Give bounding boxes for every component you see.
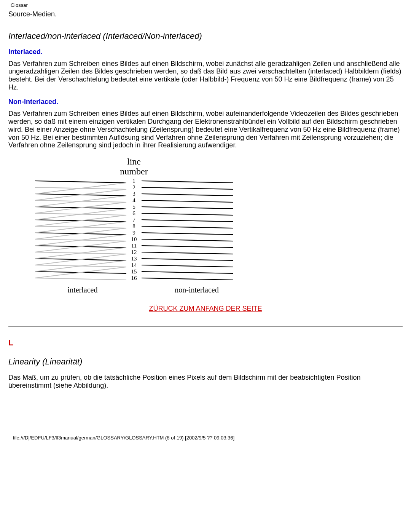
entry-title-linearity: Linearity (Linearität): [8, 357, 403, 367]
figure-line-number: 8: [132, 223, 135, 229]
figure-line-number: 11: [131, 243, 137, 249]
para-noninterlaced: Das Verfahren zum Schreiben eines Bildes…: [8, 110, 403, 149]
figure-line-number: 4: [132, 197, 135, 203]
subhead-interlaced: Interlaced.: [8, 48, 403, 56]
back-to-top-link[interactable]: ZÜRUCK ZUM ANFANG DER SEITE: [149, 305, 262, 312]
figure-line-number: 9: [132, 230, 135, 236]
figure-line-number: 15: [131, 268, 137, 275]
figure-line-number: 3: [132, 191, 135, 197]
figure-line-number: 13: [131, 256, 137, 262]
figure-line-number: 10: [131, 236, 137, 242]
figure-caption-left: interlaced: [68, 286, 98, 294]
entry-title-interlaced: Interlaced/non-interlaced (Interlaced/No…: [8, 31, 403, 41]
figure-caption-right: non-interlaced: [175, 286, 219, 294]
figure-line-number: 7: [132, 217, 135, 223]
para-interlaced: Das Verfahren zum Schreiben eines Bildes…: [8, 60, 403, 91]
figure-line-number: 16: [131, 275, 137, 281]
intro-fragment: Source-Medien.: [8, 10, 403, 18]
interlaced-figure: .ftxt { font-family: Georgia, 'Times New…: [27, 156, 241, 297]
section-divider: [8, 326, 403, 327]
figure-line-number: 12: [131, 249, 137, 255]
section-letter: L: [8, 338, 403, 348]
figure-heading-line: line: [127, 157, 141, 166]
page-footer: file:///D|/EDFU/LF3/lf3manual/german/GLO…: [8, 435, 403, 441]
figure-line-number: 1: [132, 178, 135, 184]
subhead-noninterlaced: Non-interlaced.: [8, 98, 403, 106]
page-corner-label: Glossar: [11, 2, 403, 8]
figure-line-number: 6: [132, 210, 135, 216]
figure-line-number: 14: [131, 262, 137, 268]
figure-heading-number: number: [120, 166, 148, 176]
figure-line-number: 2: [132, 184, 135, 190]
para-linearity: Das Maß, um zu prüfen, ob die tatsächlic…: [8, 374, 403, 389]
figure-line-number: 5: [132, 204, 135, 210]
